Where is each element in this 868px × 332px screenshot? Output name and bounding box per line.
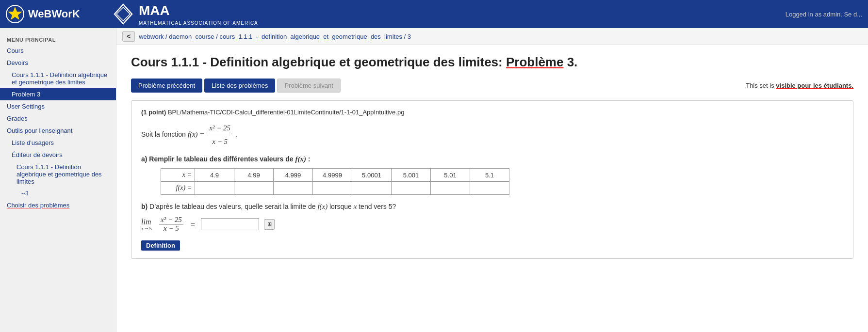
sidebar-item-cours111[interactable]: Cours 1.1.1 - Definition algebrique et g… <box>0 69 116 88</box>
part-b: b) D’après le tableau des valeurs, quell… <box>141 203 843 233</box>
table-x-val-7: 5.01 <box>431 169 470 182</box>
table-fx-row: f(x) = <box>161 182 509 195</box>
list-problems-button[interactable]: Liste des problèmes <box>204 79 275 93</box>
function-intro: Soit la fonction <box>141 130 186 138</box>
limit-frac-num: x² − 25 <box>159 216 183 224</box>
sidebar-item-outils[interactable]: Outils pour l'enseignant <box>0 125 116 137</box>
maa-acronym: MAA <box>139 2 258 19</box>
problem-title-underline: Problème <box>506 55 564 69</box>
table-fx-input-6[interactable] <box>392 182 431 195</box>
prev-problem-button[interactable]: Problème précédent <box>131 79 202 93</box>
part-b-tends2: tend vers 5? <box>359 203 396 210</box>
header: WeBWorK MAA MATHEMATICAL ASSOCIATION OF … <box>0 0 868 28</box>
sidebar-item-problem3[interactable]: Problem 3 <box>0 88 116 100</box>
maa-title-block: MAA MATHEMATICAL ASSOCIATION OF AMERICA <box>139 2 258 26</box>
sidebar-item-3[interactable]: --3 <box>0 188 116 199</box>
breadcrumb-bar: < webwork / daemon_course / cours_1.1.1_… <box>116 28 868 45</box>
limit-answer-input[interactable] <box>201 218 259 230</box>
values-table: x = 4.9 4.99 4.999 4.9999 5.0001 5.001 5… <box>161 168 509 195</box>
next-problem-button[interactable]: Problème suivant <box>277 79 340 93</box>
table-fx-label: f(x) = <box>161 182 195 195</box>
main-content: < webwork / daemon_course / cours_1.1.1_… <box>116 28 868 332</box>
part-b-answer-line: lim x→5 x² − 25 x − 5 = ⊞ <box>141 216 843 233</box>
table-x-val-1: 4.9 <box>195 169 234 182</box>
sidebar-menu-title: MENU PRINCIPAL <box>0 33 116 45</box>
table-fx-input-1[interactable] <box>195 182 234 195</box>
part-a-fx: f(x) <box>295 155 308 163</box>
sidebar-item-liste-usagers[interactable]: Liste d'usagers <box>0 137 116 149</box>
layout: MENU PRINCIPAL Cours Devoirs Cours 1.1.1… <box>0 28 868 332</box>
table-x-val-8: 5.1 <box>470 169 509 182</box>
webwork-logo: WeBWorK <box>6 5 103 23</box>
definition-badge: Definition <box>141 240 180 251</box>
limit-fraction: x² − 25 x − 5 <box>159 216 183 233</box>
part-b-label: b) <box>141 203 147 210</box>
maa-fullname: MATHEMATICAL ASSOCIATION OF AMERICA <box>139 20 258 26</box>
table-x-val-4: 4.9999 <box>313 169 352 182</box>
sidebar: MENU PRINCIPAL Cours Devoirs Cours 1.1.1… <box>0 28 116 332</box>
sidebar-item-editeur[interactable]: Éditeur de devoirs <box>0 149 116 161</box>
sidebar-item-cours111-2[interactable]: Cours 1.1.1 - Definition algebrique et g… <box>0 161 116 188</box>
logout-text: Se d... <box>844 11 862 18</box>
table-x-val-3: 4.999 <box>274 169 313 182</box>
table-fx-input-5[interactable] <box>352 182 392 195</box>
function-name-display: f(x) = <box>188 130 205 138</box>
maa-diamond-icon <box>113 3 134 25</box>
sidebar-item-usersettings[interactable]: User Settings <box>0 100 116 112</box>
limit-frac-den: x − 5 <box>162 224 180 233</box>
function-period: . <box>235 130 237 138</box>
problem-source: (1 point) BPL/Mathema-TIC/CDI-Calcul_dif… <box>141 109 843 116</box>
part-a-label: a) Remplir le tableau des différentes va… <box>141 155 843 163</box>
fx-input-6[interactable] <box>396 185 426 192</box>
fx-input-4[interactable] <box>318 185 347 192</box>
webwork-star-icon <box>6 5 24 23</box>
table-fx-input-3[interactable] <box>274 182 313 195</box>
table-x-val-5: 5.0001 <box>352 169 392 182</box>
lim-subscript: x→5 <box>141 225 152 231</box>
limit-equals: = <box>191 220 195 229</box>
part-a: a) Remplir le tableau des différentes va… <box>141 155 843 195</box>
header-user-info: Logged in as admin. Se d... <box>786 11 862 18</box>
table-fx-input-8[interactable] <box>470 182 509 195</box>
visibility-bold: visible pour les étudiants. <box>776 82 853 89</box>
table-x-val-2: 4.99 <box>234 169 274 182</box>
fraction-numerator: x² − 25 <box>208 122 232 135</box>
visibility-note: This set is visible pour les étudiants. <box>746 82 853 89</box>
fx-input-2[interactable] <box>239 185 268 192</box>
sidebar-item-choisir[interactable]: Choisir des problèmes <box>0 199 116 211</box>
fx-input-1[interactable] <box>200 185 229 192</box>
nav-buttons-row: Problème précédent Liste des problèmes P… <box>131 79 853 93</box>
table-fx-input-7[interactable] <box>431 182 470 195</box>
problem-points: (1 point) <box>141 109 166 116</box>
part-a-colon: : <box>308 155 311 163</box>
table-fx-input-2[interactable] <box>234 182 274 195</box>
limit-notation: lim x→5 <box>141 218 152 231</box>
part-b-question: b) D’après le tableau des valeurs, quell… <box>141 203 843 211</box>
part-b-x: x <box>354 203 359 210</box>
fx-input-8[interactable] <box>475 185 504 192</box>
breadcrumb: webwork / daemon_course / cours_1.1.1_-_… <box>139 33 411 40</box>
problem-box: (1 point) BPL/Mathema-TIC/CDI-Calcul_dif… <box>131 100 853 259</box>
breadcrumb-back-button[interactable]: < <box>122 31 135 42</box>
fx-input-3[interactable] <box>278 185 308 192</box>
part-a-text: Remplir le tableau des différentes valeu… <box>149 155 293 163</box>
table-header-row: x = 4.9 4.99 4.999 4.9999 5.0001 5.001 5… <box>161 169 509 182</box>
part-b-tends: lorsque <box>329 203 352 210</box>
table-fx-input-4[interactable] <box>313 182 352 195</box>
sidebar-item-grades[interactable]: Grades <box>0 112 116 125</box>
maa-logo: MAA MATHEMATICAL ASSOCIATION OF AMERICA <box>113 2 786 26</box>
problem-area: Cours 1.1.1 - Definition algebrique et g… <box>116 45 868 269</box>
table-x-label: x = <box>161 169 195 182</box>
fx-input-5[interactable] <box>357 185 386 192</box>
fx-input-7[interactable] <box>436 185 465 192</box>
fraction-denominator: x − 5 <box>211 135 229 148</box>
problem-function-def: Soit la fonction f(x) = x² − 25 x − 5 . <box>141 122 843 148</box>
part-b-fx: f(x) <box>317 203 329 210</box>
function-fraction: x² − 25 x − 5 <box>208 122 232 148</box>
answer-input-icon[interactable]: ⊞ <box>264 219 275 230</box>
page-title: Cours 1.1.1 - Definition algebrique et g… <box>131 55 853 70</box>
sidebar-item-devoirs[interactable]: Devoirs <box>0 57 116 69</box>
sidebar-item-cours[interactable]: Cours <box>0 45 116 57</box>
table-x-val-6: 5.001 <box>392 169 431 182</box>
logged-in-text: Logged in as admin. <box>786 11 842 18</box>
